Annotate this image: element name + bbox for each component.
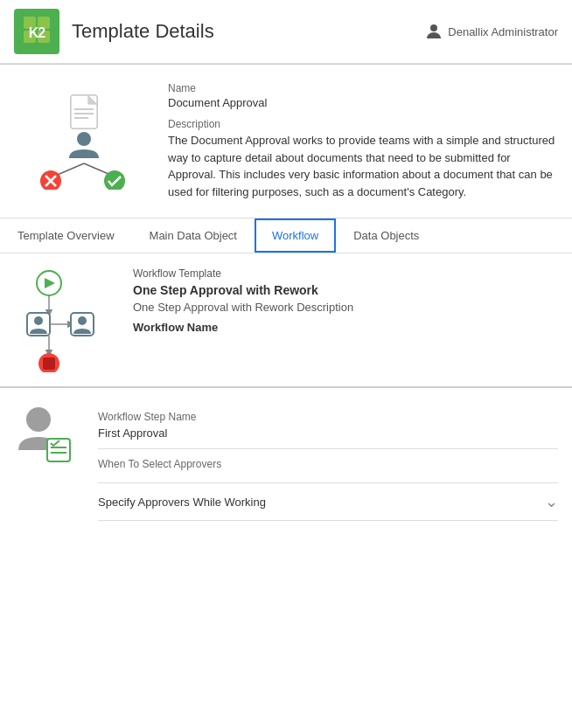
workflow-template-label: Workflow Template [133, 267, 558, 280]
user-icon [425, 23, 443, 40]
step-name-row: Workflow Step Name First Approval [98, 402, 558, 449]
tab-template-overview[interactable]: Template Overview [0, 218, 132, 253]
template-icon-area [14, 82, 154, 200]
specify-approvers-row[interactable]: Specify Approvers While Working ⌄ [98, 483, 558, 521]
step-name-value: First Approval [98, 426, 558, 440]
tabs-bar: Template Overview Main Data Object Workf… [0, 218, 572, 253]
specify-approvers-value: Specify Approvers While Working [98, 496, 266, 509]
description-label: Description [168, 118, 558, 130]
name-label: Name [168, 82, 558, 94]
when-to-select-row: When To Select Approvers [98, 449, 558, 483]
user-info: Denallix Administrator [425, 23, 558, 40]
svg-rect-30 [43, 357, 55, 370]
workflow-name-label: Workflow Name [133, 321, 558, 334]
workflow-template-section: Workflow Template One Step Approval with… [0, 253, 572, 388]
workflow-template-name: One Step Approval with Rework [133, 283, 558, 297]
step-name-label: Workflow Step Name [98, 411, 558, 423]
template-illustration [27, 94, 141, 190]
svg-point-13 [77, 132, 91, 146]
svg-point-24 [34, 316, 43, 325]
svg-point-31 [26, 407, 51, 432]
step-icon-area [14, 402, 84, 466]
tab-main-data-object[interactable]: Main Data Object [132, 218, 255, 253]
svg-text:K2: K2 [29, 25, 46, 40]
user-name: Denallix Administrator [448, 25, 558, 38]
svg-point-6 [430, 24, 437, 31]
workflow-diagram [14, 267, 119, 372]
k2-logo-text: K2 [21, 14, 52, 50]
tab-data-objects[interactable]: Data Objects [336, 218, 436, 253]
name-value: Document Approval [168, 96, 558, 109]
header: K2 Template Details Denallix Administrat… [0, 0, 572, 64]
k2-logo: K2 [14, 9, 59, 54]
workflow-content: Workflow Template One Step Approval with… [133, 267, 558, 334]
svg-point-27 [78, 316, 87, 325]
when-to-select-label: When To Select Approvers [98, 458, 558, 470]
workflow-step-section: Workflow Step Name First Approval When T… [0, 388, 572, 535]
page-title: Template Details [72, 20, 214, 43]
step-icon-svg [14, 402, 75, 463]
tab-workflow[interactable]: Workflow [255, 218, 336, 253]
description-text: The Document Approval works to provide t… [168, 132, 558, 200]
workflow-diagram-svg [18, 267, 115, 372]
workflow-template-desc: One Step Approval with Rework Descriptio… [133, 301, 558, 314]
template-info-section: Name Document Approval Description The D… [0, 65, 572, 218]
template-details: Name Document Approval Description The D… [168, 82, 558, 200]
header-left: K2 Template Details [14, 9, 214, 54]
chevron-down-icon: ⌄ [545, 492, 558, 511]
step-fields: Workflow Step Name First Approval When T… [98, 402, 558, 521]
